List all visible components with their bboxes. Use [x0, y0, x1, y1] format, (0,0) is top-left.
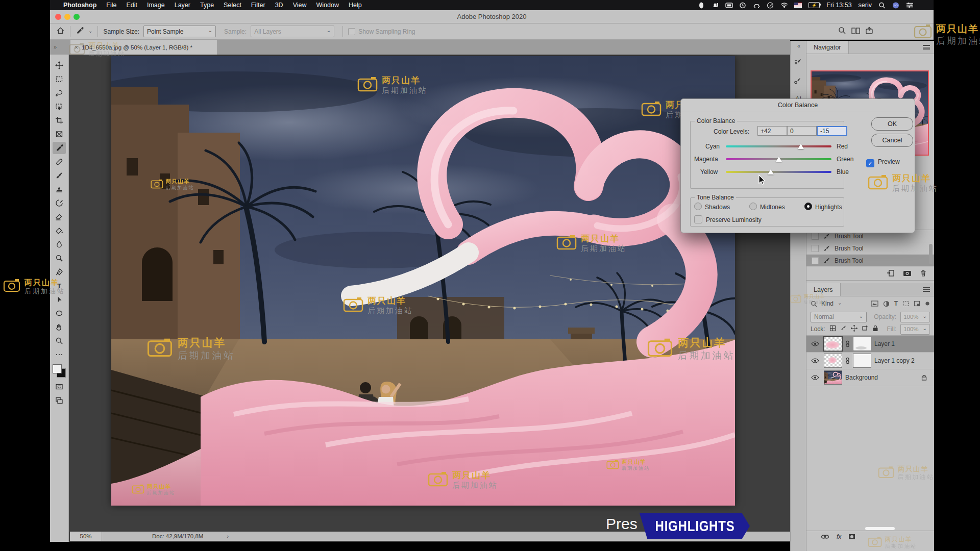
tab-layers[interactable]: Layers [806, 283, 841, 296]
color-level-input-1[interactable]: +42 [757, 126, 787, 136]
menu-filter[interactable]: Filter [251, 2, 265, 9]
color-level-input-2[interactable]: 0 [787, 126, 817, 136]
layer-name[interactable]: Background [845, 374, 878, 381]
battery-icon[interactable]: ⚡ [808, 2, 820, 8]
panel-scrollbar[interactable] [865, 527, 895, 530]
siri-icon[interactable] [892, 2, 899, 9]
quick-mask-button[interactable] [53, 381, 66, 393]
sync-icon[interactable] [739, 2, 746, 9]
foreground-background-swatches[interactable] [53, 364, 66, 378]
expand-panels-icon[interactable]: « [797, 43, 799, 49]
tab-close-icon[interactable]: × [75, 44, 78, 51]
hand-tool[interactable] [53, 321, 66, 333]
filter-shape-layers-icon[interactable] [902, 300, 909, 307]
filter-type-layers-icon[interactable]: T [894, 300, 898, 307]
radio-shadows[interactable]: Shadows [694, 203, 730, 211]
lasso-tool[interactable] [53, 87, 66, 99]
history-brush-tool[interactable] [53, 197, 66, 209]
menu-type[interactable]: Type [200, 2, 214, 9]
cancel-button[interactable]: Cancel [871, 134, 913, 147]
menu-window[interactable]: Window [316, 2, 339, 9]
brush-tool-icon[interactable] [53, 169, 66, 182]
clone-stamp-tool[interactable] [53, 183, 66, 195]
eraser-tool[interactable] [53, 211, 66, 223]
menu-3d[interactable]: 3D [275, 2, 283, 9]
filter-kind-dropdown[interactable]: Kind [821, 300, 842, 307]
navigator-menu-icon[interactable] [923, 44, 930, 51]
app-status-icon[interactable] [753, 2, 760, 9]
layer-row-layer1copy2[interactable]: Layer 1 copy 2 [806, 353, 934, 369]
frame-tool[interactable] [53, 128, 66, 140]
preserve-luminosity-checkbox[interactable]: Preserve Luminosity [694, 215, 762, 223]
menubar-clock[interactable]: Fri 13:53 [826, 2, 851, 9]
new-snapshot-icon[interactable] [903, 269, 912, 278]
input-language-flag-icon[interactable] [794, 3, 802, 8]
layer-mask-thumbnail[interactable] [853, 337, 871, 351]
menu-file[interactable]: File [106, 2, 116, 9]
shape-tool[interactable] [53, 307, 66, 319]
history-row-selected[interactable]: Brush Tool [806, 255, 934, 267]
magenta-green-slider-thumb[interactable] [776, 157, 782, 162]
control-center-icon[interactable] [906, 2, 913, 9]
pen-tool[interactable] [53, 266, 66, 278]
add-layer-mask-icon[interactable] [848, 534, 855, 540]
rectangular-marquee-tool[interactable] [53, 73, 66, 85]
history-scrollbar[interactable] [929, 244, 933, 264]
layer-name[interactable]: Layer 1 [874, 340, 895, 347]
yellow-blue-slider-thumb[interactable] [768, 169, 774, 174]
mask-link-icon[interactable] [845, 340, 850, 347]
menu-image[interactable]: Image [147, 2, 165, 9]
location-icon[interactable] [767, 2, 774, 9]
ok-button[interactable]: OK [871, 117, 913, 131]
yellow-blue-slider[interactable] [726, 171, 831, 173]
link-layers-icon[interactable] [821, 534, 829, 539]
spotlight-icon[interactable] [878, 2, 886, 9]
layers-menu-icon[interactable] [923, 286, 930, 293]
dodge-tool[interactable] [53, 252, 66, 264]
fill-value[interactable]: 100% [900, 324, 930, 335]
filter-smart-objects-icon[interactable] [914, 300, 920, 307]
crop-tool[interactable] [53, 114, 66, 127]
cyan-red-slider-thumb[interactable] [798, 144, 804, 149]
mask-link-icon[interactable] [845, 357, 850, 364]
menu-edit[interactable]: Edit [126, 2, 137, 9]
display-icon[interactable] [725, 2, 732, 9]
share-image-icon[interactable] [865, 27, 873, 36]
layer-thumbnail[interactable] [824, 337, 842, 351]
menu-view[interactable]: View [293, 2, 307, 9]
layer-style-fx-icon[interactable]: fx [837, 533, 841, 540]
layer-row-background[interactable]: Background [806, 369, 934, 386]
magenta-green-slider[interactable] [726, 158, 831, 160]
status-chevron-icon[interactable]: › [227, 533, 229, 539]
opacity-value[interactable]: 100% [900, 312, 930, 322]
visibility-eye-icon[interactable] [810, 375, 821, 380]
edit-toolbar-icon[interactable] [53, 348, 66, 361]
home-icon[interactable] [56, 27, 65, 36]
new-document-from-state-icon[interactable] [887, 269, 895, 278]
layer-name[interactable]: Layer 1 copy 2 [874, 357, 915, 364]
filter-pixel-layers-icon[interactable] [871, 300, 878, 307]
zoom-tool[interactable] [53, 335, 66, 347]
history-row[interactable]: Brush Tool [806, 242, 934, 255]
visibility-eye-icon[interactable] [810, 341, 821, 346]
eyedropper-tool[interactable] [53, 142, 66, 154]
menubar-user[interactable]: seriv [859, 2, 872, 9]
preview-checkbox[interactable]: ✓Preview [866, 158, 900, 167]
brush-settings-panel-icon[interactable] [794, 58, 803, 68]
tab-overflow-icon[interactable]: » [54, 44, 56, 50]
paint-bucket-tool[interactable] [53, 224, 66, 237]
screen-mode-button[interactable] [53, 394, 66, 407]
radio-midtones[interactable]: Midtones [749, 203, 785, 211]
layer-thumbnail[interactable] [824, 354, 842, 368]
visibility-eye-icon[interactable] [810, 358, 821, 363]
blend-mode-dropdown[interactable]: Normal [811, 312, 867, 322]
filter-toggle-icon[interactable] [925, 301, 930, 306]
sample-size-dropdown[interactable]: Point Sample [143, 26, 216, 37]
search-icon[interactable] [838, 27, 846, 36]
delete-state-icon[interactable] [920, 269, 927, 278]
notification-icon[interactable] [712, 2, 719, 9]
path-selection-tool[interactable] [53, 293, 66, 306]
title-bar[interactable]: Adobe Photoshop 2020 [50, 10, 934, 23]
type-tool[interactable]: T [53, 280, 66, 292]
document-tab[interactable]: × 1D4_6550a.jpg @ 50% (Layer 1, RGB/8) * [70, 40, 218, 55]
